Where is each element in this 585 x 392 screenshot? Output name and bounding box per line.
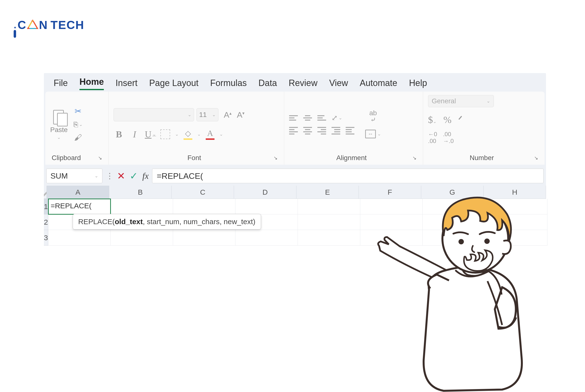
ribbon-group-clipboard: Paste ⌄ ✂ ⎘⌄ 🖌 Clipboard ↘: [45, 92, 109, 165]
chevron-down-icon[interactable]: ⌄: [175, 132, 179, 137]
chevron-down-icon[interactable]: ⌄: [197, 132, 201, 137]
tab-formulas[interactable]: Formulas: [210, 76, 247, 90]
logo-c: C: [18, 18, 26, 32]
cell[interactable]: [298, 214, 360, 230]
paste-icon: [52, 108, 66, 125]
underline-button[interactable]: U⌄: [145, 129, 156, 140]
tooltip-active-arg[interactable]: old_text: [115, 218, 143, 226]
cancel-formula-button[interactable]: ✕: [117, 170, 125, 182]
column-header[interactable]: D: [234, 186, 296, 199]
tab-data[interactable]: Data: [258, 76, 277, 90]
merge-button[interactable]: [365, 130, 376, 138]
tab-home[interactable]: Home: [80, 75, 104, 90]
cell[interactable]: [111, 230, 173, 246]
enter-formula-button[interactable]: ✓: [130, 170, 138, 182]
ribbon-tabs: File Home Insert Page Layout Formulas Da…: [44, 73, 546, 90]
clipboard-group-label: Clipboard: [52, 154, 81, 162]
brand-logo: ✦ C N TECH: [14, 18, 84, 38]
font-size-select[interactable]: 11⌄: [197, 108, 218, 121]
number-launcher-icon[interactable]: ↘: [534, 155, 538, 161]
svg-marker-0: [28, 20, 38, 28]
cell[interactable]: [298, 230, 360, 246]
cell[interactable]: [298, 199, 360, 214]
increase-indent-button[interactable]: [346, 127, 354, 134]
font-name-select[interactable]: ⌄: [114, 108, 194, 121]
font-color-button[interactable]: A: [206, 129, 215, 140]
cell[interactable]: [48, 230, 111, 246]
align-bottom-button[interactable]: [317, 115, 326, 120]
column-header[interactable]: B: [109, 186, 172, 199]
paste-label: Paste: [50, 126, 68, 134]
align-middle-button[interactable]: [303, 115, 312, 120]
svg-point-5: [484, 238, 490, 244]
align-right-button[interactable]: [317, 127, 326, 134]
copy-button[interactable]: ⎘⌄: [74, 120, 83, 129]
row-header[interactable]: 2: [44, 214, 48, 230]
cut-button[interactable]: ✂: [75, 106, 82, 116]
cell-value: =REPLACE(: [51, 202, 92, 210]
tooltip-fn: REPLACE(: [78, 218, 115, 226]
tab-review[interactable]: Review: [289, 76, 317, 90]
ribbon-group-number: General⌄ $⌄ % ᐟ ←0.00 .00→.0 Number ↘: [423, 92, 544, 165]
name-box[interactable]: SUM⌄: [46, 168, 102, 183]
format-painter-button[interactable]: 🖌: [74, 133, 82, 142]
tooltip-rest: , start_num, num_chars, new_text): [143, 218, 255, 226]
chevron-down-icon[interactable]: ⌄: [219, 132, 223, 137]
accounting-format-button[interactable]: $⌄: [428, 114, 436, 126]
borders-button[interactable]: [160, 129, 170, 139]
cell[interactable]: [173, 230, 235, 246]
align-center-button[interactable]: [303, 127, 312, 134]
decrease-font-icon[interactable]: A▾: [237, 110, 245, 120]
comma-format-button[interactable]: ᐟ: [458, 114, 462, 126]
ribbon-group-alignment: ⤢⌄ ab⤶ ⌄ Alignment ↘: [284, 92, 423, 165]
orientation-button[interactable]: ⤢⌄: [331, 114, 342, 122]
number-format-select[interactable]: General⌄: [428, 95, 494, 107]
logo-triangle-icon: [27, 20, 39, 29]
column-header[interactable]: E: [296, 186, 359, 199]
fx-icon[interactable]: fx: [142, 171, 149, 181]
align-left-button[interactable]: [289, 127, 298, 134]
tab-help[interactable]: Help: [409, 76, 427, 90]
decrease-indent-button[interactable]: [331, 127, 340, 134]
alignment-group-label: Alignment: [336, 154, 367, 162]
wrap-text-button[interactable]: ab⤶: [365, 110, 381, 123]
cell[interactable]: [235, 199, 298, 214]
cell[interactable]: [111, 199, 173, 214]
select-all-corner[interactable]: [44, 186, 47, 199]
tab-view[interactable]: View: [329, 76, 348, 90]
cell[interactable]: [235, 230, 298, 246]
font-group-label: Font: [187, 154, 201, 162]
decrease-decimal-button[interactable]: .00→.0: [443, 131, 454, 144]
logo-n: N: [39, 18, 48, 32]
column-header[interactable]: A: [47, 186, 109, 199]
clipboard-launcher-icon[interactable]: ↘: [98, 155, 102, 161]
svg-marker-2: [28, 20, 38, 28]
bold-button[interactable]: B: [114, 129, 124, 140]
formula-tooltip: REPLACE(old_text, start_num, num_chars, …: [73, 214, 261, 230]
cell-a1[interactable]: =REPLACE( REPLACE(old_text, start_num, n…: [48, 199, 111, 214]
percent-format-button[interactable]: %: [443, 114, 451, 126]
chevron-down-icon[interactable]: ⌄: [377, 131, 381, 137]
increase-font-icon[interactable]: A▴: [224, 110, 232, 120]
logo-i-icon: ✦: [14, 25, 16, 38]
tab-insert[interactable]: Insert: [116, 76, 138, 90]
svg-marker-1: [28, 20, 38, 28]
tab-automate[interactable]: Automate: [360, 76, 397, 90]
tab-file[interactable]: File: [54, 76, 68, 90]
column-header[interactable]: C: [172, 186, 234, 199]
cell[interactable]: [173, 199, 235, 214]
paste-button[interactable]: Paste ⌄: [50, 108, 68, 140]
ribbon-group-font: ⌄ 11⌄ A▴ A▾ B I U⌄ ⌄ ◇⌄ A⌄ Font ↘: [109, 92, 284, 165]
logo-tech: TECH: [51, 18, 84, 32]
row-header[interactable]: 3: [44, 230, 48, 246]
row-header[interactable]: 1: [44, 199, 48, 214]
ribbon: Paste ⌄ ✂ ⎘⌄ 🖌 Clipboard ↘ ⌄ 11⌄: [45, 92, 544, 165]
font-launcher-icon[interactable]: ↘: [273, 155, 278, 161]
chevron-down-icon: ⌄: [57, 135, 61, 140]
alignment-launcher-icon[interactable]: ↘: [412, 155, 417, 161]
fill-color-button[interactable]: ◇: [184, 129, 192, 140]
tab-page-layout[interactable]: Page Layout: [149, 76, 198, 90]
align-top-button[interactable]: [289, 115, 298, 120]
increase-decimal-button[interactable]: ←0.00: [428, 131, 437, 144]
italic-button[interactable]: I: [129, 129, 140, 140]
